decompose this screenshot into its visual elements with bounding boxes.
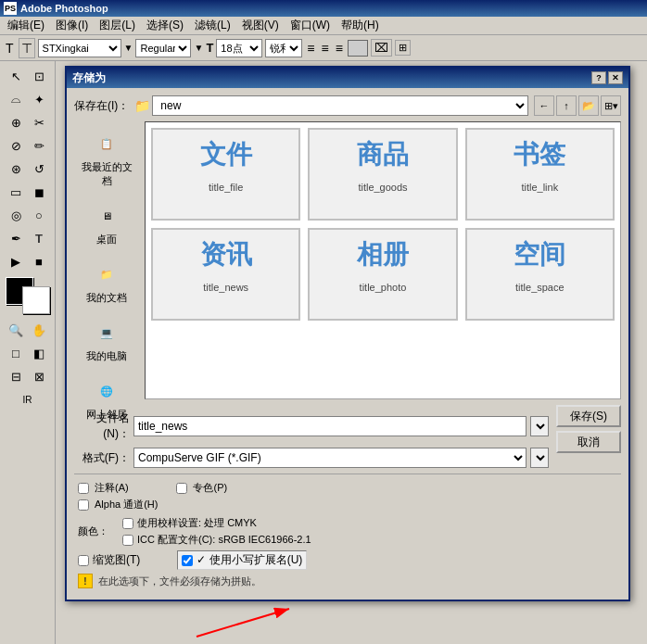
file-grid-wrapper[interactable]: 文件 title_file 商品 title_goods 书签: [145, 121, 621, 399]
eraser-tool[interactable]: ▭: [5, 181, 27, 203]
gradient-tool[interactable]: ◼: [28, 181, 50, 203]
text-tool[interactable]: T: [28, 227, 50, 249]
warp-text-btn[interactable]: ⌧: [371, 39, 392, 57]
use-proof-checkbox[interactable]: [122, 518, 133, 529]
file-label-1: title_goods: [358, 182, 407, 193]
dialog-title-text: 存储为: [72, 70, 106, 86]
nav-desktop-label: 桌面: [96, 233, 117, 246]
format-select[interactable]: CompuServe GIF (*.GIF): [133, 448, 526, 468]
blur-tool[interactable]: ◎: [5, 204, 27, 226]
new-folder-btn[interactable]: 📂: [578, 95, 599, 116]
font-family-select[interactable]: STXingkai: [38, 39, 121, 57]
save-button[interactable]: 保存(S): [556, 405, 621, 427]
antialiasing-select[interactable]: 锐利: [265, 39, 302, 57]
cancel-button[interactable]: 取消: [556, 431, 621, 453]
path-selection-tool[interactable]: ▶: [5, 250, 27, 272]
lasso-tool[interactable]: ⌓: [5, 88, 27, 110]
menu-window[interactable]: 窗口(W): [285, 16, 336, 35]
app-title: Adobe Photoshop: [20, 3, 108, 14]
screen-mode2-btn[interactable]: ⊠: [28, 365, 50, 387]
pen-tool[interactable]: ✒: [5, 227, 27, 249]
align-center-icon[interactable]: ≡: [320, 39, 331, 57]
history-brush-tool[interactable]: ↺: [28, 158, 50, 180]
nav-my-documents[interactable]: 📁 我的文档: [74, 256, 139, 309]
use-proof-label: 使用校样设置: 处理 CMYK: [137, 516, 257, 530]
view-menu-btn[interactable]: ⊞▾: [601, 95, 621, 116]
background-color[interactable]: [22, 286, 50, 314]
screen-mode-btn[interactable]: ⊟: [5, 365, 27, 387]
menu-view[interactable]: 视图(V): [236, 16, 285, 35]
save-location-label: 保存在(I)：: [74, 98, 129, 114]
quick-mask-btn[interactable]: ◧: [28, 342, 50, 364]
save-as-dialog: 存储为 ? ✕ 保存在(I)： 📁 new: [65, 66, 630, 601]
standard-mode-btn[interactable]: □: [5, 342, 27, 364]
menu-layer[interactable]: 图层(L): [94, 16, 141, 35]
dialog-close-btn[interactable]: ✕: [608, 71, 623, 84]
font-style-select[interactable]: Regular: [135, 39, 191, 57]
spot-color-checkbox[interactable]: [176, 483, 187, 494]
folder-icon: 📁: [134, 98, 150, 113]
filename-input[interactable]: [133, 416, 526, 436]
font-size-icon: T: [206, 41, 213, 55]
nav-recent[interactable]: 📋 我最近的文档: [74, 125, 139, 192]
save-location-row: 保存在(I)： 📁 new ← ↑ 📂 ⊞▾: [74, 95, 621, 116]
align-right-icon[interactable]: ≡: [334, 39, 345, 57]
notes-label: 注释(A): [95, 481, 129, 495]
format-arrow[interactable]: ▼: [530, 448, 549, 468]
file-item-5[interactable]: 空间 title_space: [465, 228, 615, 321]
file-icon-1: 商品: [357, 137, 409, 172]
menu-edit[interactable]: 编辑(E): [2, 16, 50, 35]
option-row-2: Alpha 通道(H): [78, 498, 158, 511]
content-area: 存储为 ? ✕ 保存在(I)： 📁 new: [56, 61, 647, 644]
file-item-4[interactable]: 相册 title_photo: [308, 228, 457, 321]
menu-filter[interactable]: 滤镜(L): [189, 16, 236, 35]
menu-select[interactable]: 选择(S): [141, 16, 189, 35]
file-item-0[interactable]: 文件 title_file: [151, 128, 300, 221]
icc-label: ICC 配置文件(C): sRGB IEC61966-2.1: [137, 533, 311, 547]
zoom-tool[interactable]: 🔍: [5, 319, 27, 341]
marquee-tool[interactable]: ⊡: [28, 65, 50, 87]
move-tool[interactable]: ↖: [5, 65, 27, 87]
nav-up-btn[interactable]: ↑: [556, 95, 577, 116]
stamp-tool[interactable]: ⊛: [5, 158, 27, 180]
dodge-tool[interactable]: ○: [28, 204, 50, 226]
file-item-3[interactable]: 资讯 title_news: [151, 228, 300, 321]
heal-tool[interactable]: ⊘: [5, 134, 27, 157]
icc-checkbox[interactable]: [122, 535, 133, 546]
crop-tool[interactable]: ⊕: [5, 111, 27, 133]
recent-icon: 📋: [92, 129, 121, 158]
my-documents-icon: 📁: [92, 259, 121, 289]
text-orientation-btn[interactable]: ⊤: [19, 38, 35, 58]
nav-desktop[interactable]: 🖥 桌面: [74, 197, 139, 250]
brush-tool[interactable]: ✏: [28, 134, 50, 157]
file-label-4: title_photo: [360, 282, 407, 293]
nav-back-btn[interactable]: ←: [534, 95, 554, 116]
alpha-checkbox[interactable]: [78, 499, 89, 511]
tool-icon: T: [4, 39, 16, 57]
shape-tool[interactable]: ■: [28, 250, 50, 272]
jump-to-imageready-btn[interactable]: IR: [17, 388, 39, 410]
filename-arrow[interactable]: ▼: [530, 416, 549, 436]
save-location-select[interactable]: new: [152, 95, 528, 116]
hand-tool[interactable]: ✋: [28, 319, 50, 341]
align-left-icon[interactable]: ≡: [305, 39, 316, 57]
thumbnail-checkbox[interactable]: [78, 555, 89, 566]
menu-image[interactable]: 图像(I): [50, 16, 94, 35]
lowercase-checkbox[interactable]: [182, 555, 193, 566]
font-size-select[interactable]: 18点: [216, 39, 262, 57]
color-picker-box[interactable]: [348, 40, 368, 57]
nav-my-computer[interactable]: 💻 我的电脑: [74, 314, 139, 367]
file-icon-0: 文件: [200, 137, 252, 172]
file-item-2[interactable]: 书签 title_link: [465, 128, 615, 221]
warning-text: 在此选项下，文件必须存储为拼贴。: [98, 575, 261, 588]
left-toolbar: ↖ ⊡ ⌓ ✦ ⊕ ✂ ⊘ ✏ ⊛ ↺ ▭ ◼ ◎ ○ ✒ T: [0, 61, 56, 644]
options-toolbar: T ⊤ STXingkai ▼ Regular ▼ T 18点 锐利 ≡ ≡ ≡…: [0, 35, 647, 61]
menu-help[interactable]: 帮助(H): [336, 16, 385, 35]
dialog-help-btn[interactable]: ?: [591, 71, 606, 84]
magic-wand-tool[interactable]: ✦: [28, 88, 50, 110]
file-item-1[interactable]: 商品 title_goods: [308, 128, 457, 221]
notes-checkbox[interactable]: [78, 483, 89, 494]
slice-tool[interactable]: ✂: [28, 111, 50, 133]
character-panel-btn[interactable]: ⊞: [395, 40, 411, 56]
network-icon: 🌐: [92, 376, 121, 406]
